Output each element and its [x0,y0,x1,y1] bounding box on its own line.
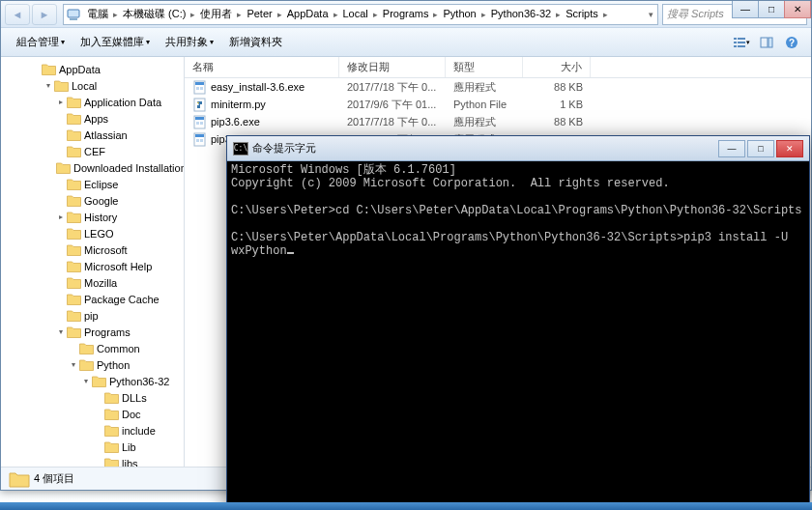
svg-rect-4 [734,42,737,43]
tree-label: Python36-32 [109,376,169,387]
chevron-right-icon: ▸ [276,10,283,19]
collapse-icon[interactable]: ▾ [43,80,53,91]
tree-toggle-empty [55,179,66,189]
tree-item[interactable]: ▾Python [1,356,184,373]
file-size: 1 KB [523,99,591,110]
tree-item[interactable]: Google [1,192,184,209]
minimize-button[interactable]: — [732,1,759,18]
cmd-maximize-button[interactable]: □ [747,140,774,157]
preview-pane-button[interactable] [755,32,778,53]
tree-item[interactable]: Doc [1,406,184,422]
titlebar: ◄ ► 電腦▸本機磁碟 (C:)▸使用者▸Peter▸AppData▸Local… [1,1,811,28]
tree-item[interactable]: ▸History [1,209,184,225]
tree-item[interactable]: Atlassian [1,127,184,143]
tree-item[interactable]: CEF [1,143,184,159]
svg-rect-24 [196,139,199,142]
tree-item[interactable]: ▾Programs [1,324,184,340]
col-date[interactable]: 修改日期 [339,57,446,77]
folder-icon [67,309,81,322]
cmd-icon: C:\ [233,142,248,156]
folder-icon [67,326,81,338]
cmd-output[interactable]: Microsoft Windows [版本 6.1.7601] Copyrigh… [227,161,809,509]
breadcrumb-segment[interactable]: Programs [379,8,433,19]
cmd-window-controls: — □ ✕ [716,140,803,157]
breadcrumb-segment[interactable]: Scripts [562,8,602,19]
svg-rect-19 [195,117,204,120]
folder-icon [79,358,94,371]
col-type[interactable]: 類型 [446,57,523,77]
tree-item[interactable]: DLLs [1,389,184,406]
tree-item[interactable]: include [1,422,184,439]
tree-item[interactable]: Lib [1,439,184,455]
help-button[interactable]: ? [780,32,803,53]
folder-tree[interactable]: AppData▾Local▸Application DataAppsAtlass… [1,57,185,467]
file-row[interactable]: miniterm.py2017/9/6 下午 01...Python File1… [185,96,811,113]
include-library-menu[interactable]: 加入至媒體庫▾ [72,31,158,53]
item-count: 4 個項目 [34,471,74,486]
tree-item[interactable]: Microsoft [1,241,184,258]
collapse-icon[interactable]: ▾ [68,359,78,370]
expand-icon[interactable]: ▸ [55,97,66,107]
breadcrumb-segment[interactable]: Python36-32 [487,8,555,19]
collapse-icon[interactable]: ▾ [55,326,66,337]
tree-item[interactable]: Mozilla [1,274,184,291]
tree-label: Lib [122,441,136,453]
tree-label: Common [97,343,140,354]
cursor [287,252,294,254]
tree-item[interactable]: Downloaded Installations [1,159,184,176]
cmd-minimize-button[interactable]: — [718,140,745,157]
tree-item[interactable]: ▾Python36-32 [1,373,184,389]
view-options-button[interactable]: ▾ [730,32,753,53]
file-row[interactable]: pip3.6.exe2017/7/18 下午 0...應用程式88 KB [185,113,811,130]
expand-icon[interactable]: ▸ [55,212,66,222]
new-folder-button[interactable]: 新增資料夾 [221,31,290,53]
cmd-close-button[interactable]: ✕ [776,140,803,157]
breadcrumb-segment[interactable]: 電腦 [83,8,112,19]
tree-item[interactable]: ▾Local [1,77,184,94]
folder-icon [67,227,81,240]
tree-item[interactable]: LEGO [1,225,184,241]
breadcrumb-segment[interactable]: Python [439,8,479,19]
nav-forward-button[interactable]: ► [32,4,57,25]
breadcrumb[interactable]: 電腦▸本機磁碟 (C:)▸使用者▸Peter▸AppData▸Local▸Pro… [63,4,658,25]
file-row[interactable]: easy_install-3.6.exe2017/7/18 下午 0...應用程… [185,78,811,96]
breadcrumb-segment[interactable]: Peter [243,8,276,19]
svg-text:?: ? [789,38,795,48]
tree-label: Atlassian [84,129,128,141]
column-headers[interactable]: 名稱 修改日期 類型 大小 [185,57,811,78]
collapse-icon[interactable]: ▾ [80,376,91,386]
taskbar[interactable] [0,502,812,510]
breadcrumb-segment[interactable]: 本機磁碟 (C:) [119,8,189,19]
svg-rect-23 [195,134,204,137]
organize-menu[interactable]: 組合管理▾ [9,31,72,53]
tree-toggle-empty [55,195,66,206]
tree-item[interactable]: pip [1,307,184,324]
tree-item[interactable]: Eclipse [1,176,184,192]
cmd-titlebar[interactable]: C:\ 命令提示字元 — □ ✕ [227,136,809,161]
window-controls: — □ ✕ [733,1,811,18]
tree-item[interactable]: Package Cache [1,291,184,307]
folder-icon [9,470,28,488]
nav-back-button[interactable]: ◄ [5,4,30,25]
share-menu[interactable]: 共用對象▾ [158,31,221,53]
breadcrumb-segment[interactable]: Local [339,8,372,19]
svg-point-17 [197,101,199,103]
tree-item[interactable]: Common [1,340,184,356]
breadcrumb-segment[interactable]: AppData [283,8,333,19]
exe-file-icon [192,115,207,129]
maximize-button[interactable]: □ [758,1,785,18]
tree-item[interactable]: Microsoft Help [1,258,184,274]
col-name[interactable]: 名稱 [185,57,339,77]
tree-item[interactable]: AppData [1,61,184,77]
chevron-right-icon: ▸ [602,10,609,19]
tree-item[interactable]: Apps [1,110,184,127]
close-button[interactable]: ✕ [784,1,811,18]
tree-item[interactable]: ▸Application Data [1,94,184,110]
tree-label: Eclipse [84,179,118,190]
file-name: miniterm.py [211,99,266,110]
tree-item[interactable]: libs [1,455,184,467]
chevron-right-icon: ▸ [372,10,379,19]
folder-icon [104,391,119,404]
col-size[interactable]: 大小 [523,57,591,77]
breadcrumb-segment[interactable]: 使用者 [196,8,236,19]
